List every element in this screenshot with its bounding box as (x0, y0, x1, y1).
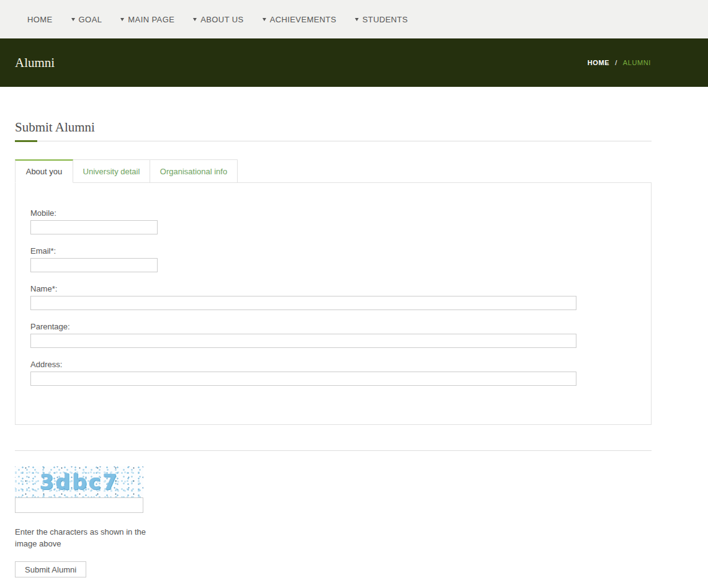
captcha-input[interactable] (15, 497, 143, 513)
nav-item-goal[interactable]: GOAL (71, 15, 102, 24)
nav-item-label: GOAL (79, 15, 102, 24)
nav-item-label: HOME (27, 15, 53, 24)
name-input[interactable] (30, 296, 576, 310)
nav-item-label: ACHIEVEMENTS (270, 15, 336, 24)
name-label: Name*: (30, 284, 636, 293)
breadcrumb-home-link[interactable]: HOME (588, 59, 609, 66)
page-header-band: Alumni HOME / ALUMNI (0, 38, 708, 87)
breadcrumb-current: ALUMNI (623, 59, 651, 66)
address-input[interactable] (30, 372, 576, 386)
form-tabs: About you University detail Organisation… (15, 159, 652, 182)
nav-item-achievements[interactable]: ACHIEVEMENTS (262, 15, 336, 24)
dropdown-caret-icon (120, 18, 124, 21)
email-label: Email*: (30, 246, 636, 256)
dropdown-caret-icon (262, 18, 266, 21)
captcha-image: 3dbc7 (15, 466, 143, 497)
parentage-label: Parentage: (30, 322, 636, 331)
field-name: Name*: (30, 284, 636, 310)
tab-about-you[interactable]: About you (15, 159, 73, 183)
mobile-label: Mobile: (30, 208, 636, 218)
tab-organisational-info[interactable]: Organisational info (150, 159, 238, 183)
submit-alumni-button[interactable]: Submit Alumni (15, 561, 86, 577)
nav-item-students[interactable]: STUDENTS (355, 15, 408, 24)
section-title-accent (15, 140, 37, 142)
field-mobile: Mobile: (30, 208, 636, 234)
section-divider (15, 450, 652, 451)
parentage-input[interactable] (30, 334, 576, 348)
breadcrumb: HOME / ALUMNI (588, 59, 651, 66)
nav-item-label: MAIN PAGE (128, 15, 174, 24)
nav-item-home[interactable]: HOME (27, 15, 53, 24)
dropdown-caret-icon (193, 18, 197, 21)
section-title-rule (15, 141, 652, 141)
mobile-input[interactable] (30, 220, 158, 234)
dropdown-caret-icon (71, 18, 75, 21)
nav-item-about-us[interactable]: ABOUT US (193, 15, 243, 24)
top-nav: HOME GOAL MAIN PAGE ABOUT US ACHIEVEMENT… (0, 0, 708, 38)
section-title: Submit Alumni (15, 120, 652, 135)
page-title: Alumni (15, 55, 55, 71)
address-label: Address: (30, 360, 636, 369)
field-parentage: Parentage: (30, 322, 636, 348)
captcha-code-text: 3dbc7 (15, 466, 143, 497)
dropdown-caret-icon (355, 18, 359, 21)
field-email: Email*: (30, 246, 636, 272)
nav-item-label: ABOUT US (200, 15, 243, 24)
nav-item-label: STUDENTS (362, 15, 408, 24)
nav-item-main-page[interactable]: MAIN PAGE (120, 15, 174, 24)
tab-university-detail[interactable]: University detail (73, 159, 150, 183)
field-address: Address: (30, 360, 636, 386)
email-input[interactable] (30, 258, 158, 272)
main-content: Submit Alumni About you University detai… (15, 87, 652, 577)
tab-panel-about-you: Mobile: Email*: Name*: Parentage: Addres… (15, 182, 652, 425)
breadcrumb-separator: / (615, 59, 617, 66)
captcha-hint-text: Enter the characters as shown in the ima… (15, 526, 150, 550)
